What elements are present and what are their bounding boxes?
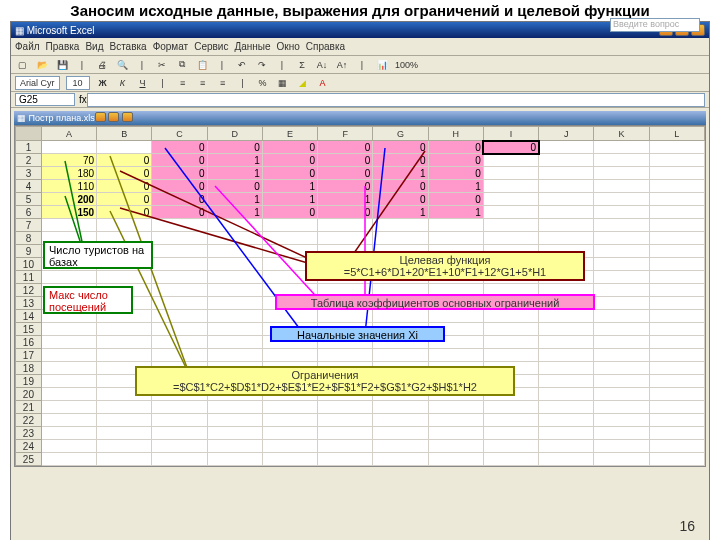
menu-item[interactable]: Вставка (109, 41, 146, 52)
currency-icon[interactable]: % (256, 76, 270, 90)
row-header[interactable]: 16 (16, 336, 42, 349)
menu-item[interactable]: Файл (15, 41, 40, 52)
cell[interactable]: 0 (97, 180, 152, 193)
menu-item[interactable]: Справка (306, 41, 345, 52)
row-header[interactable]: 15 (16, 323, 42, 336)
cell[interactable]: 0 (152, 141, 207, 154)
col-header[interactable]: H (428, 127, 483, 141)
row-header[interactable]: 3 (16, 167, 42, 180)
bold-icon[interactable]: Ж (96, 76, 110, 90)
help-search[interactable]: Введите вопрос (610, 18, 700, 32)
open-icon[interactable]: 📂 (35, 58, 49, 72)
cell[interactable]: 0 (152, 167, 207, 180)
font-color-icon[interactable]: A (316, 76, 330, 90)
cell[interactable]: 0 (152, 193, 207, 206)
row-header[interactable]: 21 (16, 401, 42, 414)
cell[interactable]: 0 (318, 154, 373, 167)
cell[interactable]: 70 (41, 154, 96, 167)
cell[interactable]: 180 (41, 167, 96, 180)
col-header[interactable]: L (649, 127, 704, 141)
zoom-box[interactable]: 100% (395, 58, 418, 72)
wb-max[interactable] (108, 112, 119, 122)
cell[interactable]: 110 (41, 180, 96, 193)
row-header[interactable]: 22 (16, 414, 42, 427)
cell[interactable]: 150 (41, 206, 96, 219)
borders-icon[interactable]: ▦ (276, 76, 290, 90)
row-header[interactable]: 17 (16, 349, 42, 362)
row-header[interactable]: 23 (16, 427, 42, 440)
sort-asc-icon[interactable]: A↓ (315, 58, 329, 72)
new-icon[interactable]: ▢ (15, 58, 29, 72)
menu-item[interactable]: Вид (85, 41, 103, 52)
row-header[interactable]: 20 (16, 388, 42, 401)
italic-icon[interactable]: К (116, 76, 130, 90)
row-header[interactable]: 19 (16, 375, 42, 388)
col-header[interactable]: K (594, 127, 649, 141)
col-header[interactable]: I (483, 127, 538, 141)
cell[interactable]: 1 (428, 180, 483, 193)
cell[interactable]: 0 (428, 193, 483, 206)
cell[interactable]: 1 (207, 167, 262, 180)
sort-desc-icon[interactable]: A↑ (335, 58, 349, 72)
save-icon[interactable]: 💾 (55, 58, 69, 72)
sum-icon[interactable]: Σ (295, 58, 309, 72)
undo-icon[interactable]: ↶ (235, 58, 249, 72)
cell[interactable]: 0 (318, 141, 373, 154)
wb-close[interactable] (122, 112, 133, 122)
cell[interactable]: 0 (373, 154, 428, 167)
cell[interactable]: 1 (262, 193, 317, 206)
row-header[interactable]: 1 (16, 141, 42, 154)
cell[interactable]: 1 (373, 167, 428, 180)
cell[interactable]: 0 (152, 180, 207, 193)
align-left-icon[interactable]: ≡ (176, 76, 190, 90)
fill-icon[interactable]: ◢ (296, 76, 310, 90)
cell[interactable]: 0 (152, 206, 207, 219)
col-header[interactable]: J (539, 127, 594, 141)
cell[interactable]: 1 (207, 154, 262, 167)
cell[interactable]: 0 (97, 206, 152, 219)
menu-item[interactable]: Окно (277, 41, 300, 52)
row-header[interactable]: 7 (16, 219, 42, 232)
cell[interactable]: 1 (318, 193, 373, 206)
row-header[interactable]: 24 (16, 440, 42, 453)
font-select[interactable]: Arial Cyr (15, 76, 60, 90)
menu-item[interactable]: Правка (46, 41, 80, 52)
align-center-icon[interactable]: ≡ (196, 76, 210, 90)
cell[interactable]: 0 (262, 167, 317, 180)
col-header[interactable]: D (207, 127, 262, 141)
row-header[interactable]: 10 (16, 258, 42, 271)
cell[interactable]: 1 (262, 180, 317, 193)
menu-item[interactable]: Данные (234, 41, 270, 52)
row-header[interactable]: 6 (16, 206, 42, 219)
row-header[interactable]: 4 (16, 180, 42, 193)
cell[interactable]: 0 (97, 154, 152, 167)
print-icon[interactable]: 🖨 (95, 58, 109, 72)
row-header[interactable]: 25 (16, 453, 42, 466)
cell[interactable]: 200 (41, 193, 96, 206)
cell[interactable]: 0 (428, 154, 483, 167)
col-header[interactable]: B (97, 127, 152, 141)
paste-icon[interactable]: 📋 (195, 58, 209, 72)
row-header[interactable]: 18 (16, 362, 42, 375)
row-header[interactable]: 8 (16, 232, 42, 245)
formula-input[interactable] (87, 93, 705, 107)
cell[interactable]: 0 (428, 167, 483, 180)
cell[interactable]: 1 (207, 193, 262, 206)
row-header[interactable]: 9 (16, 245, 42, 258)
col-header[interactable]: A (41, 127, 96, 141)
cell[interactable]: 0 (97, 193, 152, 206)
cell[interactable]: 1 (207, 206, 262, 219)
align-right-icon[interactable]: ≡ (216, 76, 230, 90)
cell[interactable]: 0 (318, 180, 373, 193)
col-header[interactable]: G (373, 127, 428, 141)
row-header[interactable]: 11 (16, 271, 42, 284)
cell[interactable]: 0 (483, 141, 538, 154)
cell[interactable]: 0 (373, 141, 428, 154)
cell[interactable]: 0 (207, 141, 262, 154)
cell[interactable]: 0 (373, 193, 428, 206)
cell[interactable]: 1 (428, 206, 483, 219)
row-header[interactable]: 12 (16, 284, 42, 297)
row-header[interactable]: 14 (16, 310, 42, 323)
cell[interactable]: 0 (97, 167, 152, 180)
size-select[interactable]: 10 (66, 76, 90, 90)
